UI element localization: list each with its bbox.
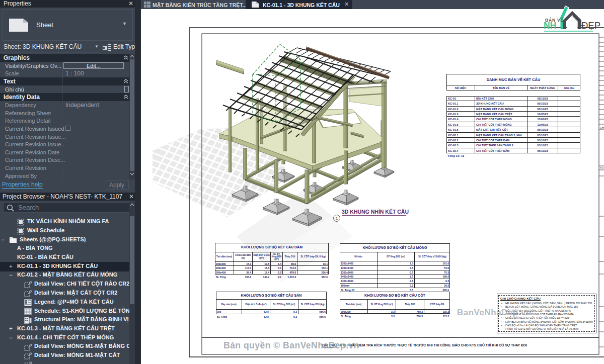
svg-text:NH: NH xyxy=(544,21,556,31)
svg-text:ĐẸP: ĐẸP xyxy=(581,20,600,31)
svg-text:GHI: GHI xyxy=(600,126,604,129)
svg-text:Tỷ lệ: Tỷ lệ xyxy=(600,166,604,169)
svg-text:3D KHUNG NHÌN KẾT CẤU: 3D KHUNG NHÌN KẾT CẤU xyxy=(342,209,409,215)
svg-text:1: 1 xyxy=(336,216,338,221)
